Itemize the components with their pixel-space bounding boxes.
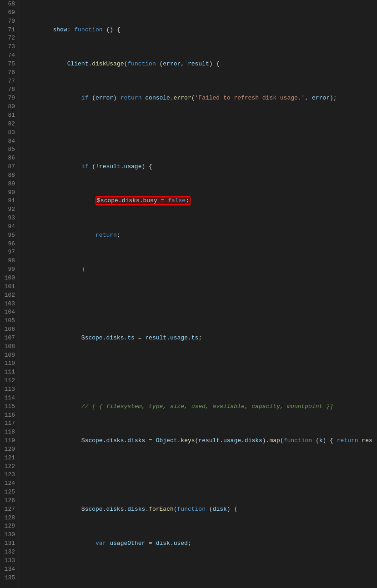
code-line-77: $scope.disks.ts = result.usage.ts; — [25, 334, 372, 343]
code-line-71 — [25, 129, 372, 137]
code-line-82: $scope.disks.disks.forEach(function (dis… — [25, 505, 372, 514]
code-line-69: Client.diskUsage(function (error, result… — [25, 60, 372, 69]
code-line-80: $scope.disks.disks = Object.keys(result.… — [25, 437, 372, 445]
code-line-74: return; — [25, 231, 372, 240]
code-line-79: // [ { filesystem, type, size, used, ava… — [25, 403, 372, 411]
code-lines: show: function () { Client.diskUsage(fun… — [19, 0, 377, 588]
annotation-arrow — [19, 0, 377, 588]
code-line-84 — [25, 574, 372, 583]
code-line-68: show: function () { — [25, 26, 372, 35]
code-line-76 — [25, 300, 372, 309]
line-numbers: 68 69 70 71 72 73 74 75 76 77 78 79 80 8… — [0, 0, 19, 588]
code-line-78 — [25, 368, 372, 377]
code-line-75: } — [25, 265, 372, 274]
code-line-70: if (error) return console.error('Failed … — [25, 94, 372, 103]
code-line-72: if (!result.usage) { — [25, 163, 372, 171]
code-line-73: $scope.disks.busy = false; — [25, 197, 372, 205]
code-line-81 — [25, 471, 372, 479]
code-editor: 68 69 70 71 72 73 74 75 76 77 78 79 80 8… — [0, 0, 377, 588]
code-line-83: var usageOther = disk.used; — [25, 539, 372, 548]
